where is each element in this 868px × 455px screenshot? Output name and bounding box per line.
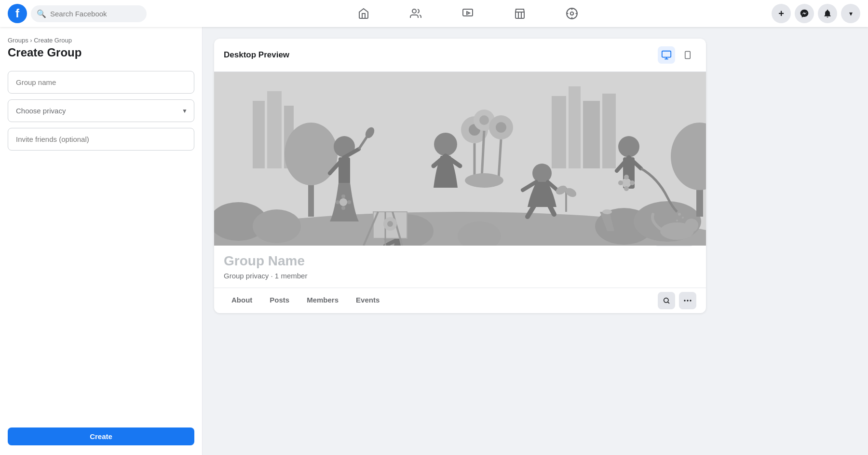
svg-rect-7 <box>662 51 671 57</box>
svg-rect-18 <box>583 101 600 168</box>
svg-rect-19 <box>602 94 616 168</box>
svg-point-22 <box>253 209 301 243</box>
svg-point-87 <box>602 209 612 214</box>
svg-point-6 <box>570 12 574 15</box>
search-group-button[interactable] <box>658 292 675 309</box>
svg-point-48 <box>479 115 489 125</box>
main-navigation <box>172 2 764 25</box>
search-icon: 🔍 <box>37 9 46 18</box>
svg-marker-2 <box>467 12 470 14</box>
svg-point-41 <box>347 200 351 204</box>
account-menu-button[interactable]: ▾ <box>841 4 860 23</box>
svg-point-72 <box>624 186 629 191</box>
group-tabs-bar: About Posts Members Events <box>214 288 706 313</box>
nav-gaming[interactable] <box>548 2 596 25</box>
invite-friends-input[interactable] <box>8 128 194 151</box>
tab-events[interactable]: Events <box>348 290 387 311</box>
page-layout: Groups › Create Group Create Group Choos… <box>0 27 868 455</box>
breadcrumb-groups-link[interactable]: Groups <box>8 37 28 44</box>
svg-point-68 <box>682 217 684 219</box>
privacy-select-wrapper: Choose privacy Public Private ▼ <box>8 99 194 122</box>
tab-posts[interactable]: Posts <box>262 290 297 311</box>
svg-rect-10 <box>685 52 691 59</box>
main-preview-area: Desktop Preview <box>203 27 868 455</box>
notifications-button[interactable] <box>818 4 837 23</box>
svg-point-54 <box>465 173 503 188</box>
svg-point-88 <box>664 298 668 303</box>
preview-title: Desktop Preview <box>224 50 289 60</box>
svg-point-63 <box>618 136 639 157</box>
svg-rect-17 <box>569 86 581 168</box>
nav-home[interactable] <box>339 2 388 25</box>
svg-point-86 <box>387 221 393 227</box>
svg-point-71 <box>624 175 629 179</box>
group-meta-text: Group privacy · 1 member <box>224 272 696 280</box>
group-info-section: + Invite Group Name Group privacy · 1 me… <box>214 246 706 280</box>
preview-toggle-buttons <box>658 46 696 64</box>
group-name-preview: Group Name <box>224 253 696 269</box>
svg-line-89 <box>668 302 669 303</box>
mobile-preview-toggle[interactable] <box>679 46 696 64</box>
svg-rect-14 <box>267 91 282 168</box>
tab-about[interactable]: About <box>224 290 260 311</box>
svg-point-73 <box>618 180 623 185</box>
group-name-input[interactable] <box>8 71 194 94</box>
messenger-button[interactable] <box>795 4 814 23</box>
svg-point-69 <box>676 220 678 221</box>
header-right: + ▾ <box>764 4 860 23</box>
top-navigation: f 🔍 + ▾ <box>0 0 868 27</box>
facebook-logo[interactable]: f <box>8 4 27 23</box>
svg-point-39 <box>341 206 345 210</box>
search-input[interactable] <box>50 10 141 18</box>
preview-header: Desktop Preview <box>214 39 706 72</box>
svg-point-40 <box>336 200 339 204</box>
create-button-section: Create <box>8 416 194 445</box>
svg-point-37 <box>339 198 347 206</box>
group-cover-image <box>214 72 706 246</box>
svg-point-91 <box>687 300 688 301</box>
svg-point-55 <box>532 164 552 183</box>
desktop-preview-toggle[interactable] <box>658 46 675 64</box>
create-group-sidebar: Groups › Create Group Create Group Choos… <box>0 27 203 455</box>
svg-point-92 <box>690 300 691 301</box>
tabs-list: About Posts Members Events <box>224 290 387 311</box>
nav-marketplace[interactable] <box>496 2 544 25</box>
create-button[interactable]: + <box>772 4 791 23</box>
svg-point-42 <box>434 133 457 156</box>
search-bar-container[interactable]: 🔍 <box>31 5 147 22</box>
svg-point-0 <box>412 9 416 13</box>
header-left: f 🔍 <box>8 4 172 23</box>
svg-point-38 <box>341 194 345 198</box>
nav-watch[interactable] <box>444 2 492 25</box>
create-group-button[interactable]: Create <box>8 427 194 445</box>
nav-friends[interactable] <box>392 2 440 25</box>
more-options-button[interactable] <box>679 292 696 309</box>
page-title: Create Group <box>8 46 194 59</box>
svg-point-28 <box>285 123 338 185</box>
desktop-preview-card: Desktop Preview <box>214 39 706 313</box>
svg-point-90 <box>684 300 685 301</box>
privacy-select[interactable]: Choose privacy Public Private <box>8 99 194 122</box>
tab-members[interactable]: Members <box>299 290 346 311</box>
svg-point-76 <box>685 219 698 232</box>
svg-rect-13 <box>253 101 265 168</box>
create-group-form: Choose privacy Public Private ▼ <box>8 71 194 416</box>
breadcrumb: Groups › Create Group <box>8 37 194 44</box>
svg-point-67 <box>678 213 681 216</box>
svg-point-74 <box>630 180 635 185</box>
svg-point-50 <box>496 122 506 133</box>
svg-rect-16 <box>552 96 566 168</box>
tabs-action-buttons <box>658 288 696 313</box>
